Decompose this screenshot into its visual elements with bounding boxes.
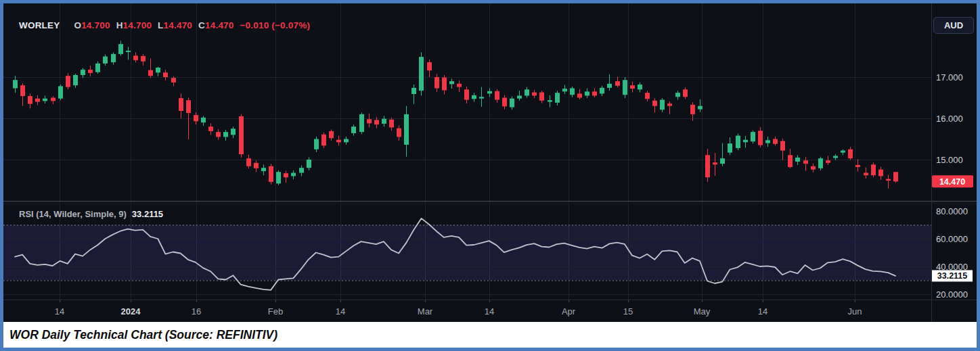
price-axis-label[interactable]: 16.000 [936, 114, 963, 124]
high-label: H [116, 20, 123, 30]
currency-toggle-button[interactable]: AUD [933, 17, 974, 34]
candle-body [788, 155, 793, 167]
candle-body [88, 70, 93, 73]
candle-body [261, 168, 266, 171]
candle-body [780, 141, 785, 151]
close-label: C [198, 20, 205, 30]
candle-body [705, 155, 710, 177]
time-axis-label[interactable]: 14 [55, 306, 64, 317]
candle-body [13, 80, 18, 88]
candle-body [194, 115, 198, 121]
candle-body [532, 93, 537, 96]
time-axis-label[interactable]: Mar [418, 306, 433, 317]
candle-body [419, 57, 424, 91]
candle-body [841, 151, 845, 153]
candle-body [811, 166, 816, 170]
candle-body [743, 140, 748, 143]
candle-body [118, 44, 123, 54]
candle-body [833, 156, 838, 158]
candle-body [156, 68, 160, 72]
candle-body [773, 139, 778, 144]
candle-body [179, 98, 183, 111]
candle-body [751, 132, 755, 141]
candle-body [720, 158, 725, 164]
candle-body [645, 93, 650, 99]
price-axis-label[interactable]: 17.000 [936, 72, 963, 83]
candle-body [351, 126, 356, 133]
candle-body [848, 149, 853, 158]
candle-body [299, 168, 304, 172]
candle-body [548, 100, 552, 101]
caption-text: WOR Daily Technical Chart (Source: REFIN… [3, 328, 277, 342]
time-axis-label[interactable]: 16 [192, 306, 201, 317]
candle-body [683, 89, 688, 97]
rsi-axis-label[interactable]: 20.0000 [936, 289, 968, 300]
candle-body [397, 128, 401, 137]
candle-body [487, 91, 492, 94]
candle-body [223, 132, 228, 137]
candle-body [464, 89, 469, 99]
candle-body [690, 105, 695, 114]
candle-body [314, 139, 319, 149]
low-label: L [158, 20, 163, 30]
candle-body [652, 101, 657, 106]
candle-body [803, 160, 808, 164]
candle-body [698, 106, 703, 110]
rsi-axis-label[interactable]: 60.0000 [936, 234, 968, 244]
time-axis-label[interactable]: Jun [848, 306, 862, 317]
candle-body [855, 165, 860, 167]
candle-body [66, 76, 70, 87]
candle-body [517, 95, 522, 98]
candle-body [389, 120, 394, 128]
candle-body [246, 158, 251, 166]
caption-bar: WOR Daily Technical Chart (Source: REFIN… [3, 322, 977, 348]
candle-body [103, 57, 108, 64]
candle-body [435, 77, 439, 88]
candle-body [472, 95, 476, 99]
candle-body [51, 98, 55, 101]
time-axis-label[interactable]: May [694, 306, 711, 317]
rsi-axis-label[interactable]: 40.0000 [936, 262, 968, 272]
close-value: 14.470 [205, 20, 234, 30]
candle-body [758, 131, 763, 145]
candle-body [254, 163, 259, 168]
time-axis-label[interactable]: 14 [336, 306, 345, 317]
candle-body [713, 162, 717, 164]
time-axis-label[interactable]: 2024 [121, 306, 141, 317]
time-axis-label[interactable]: Feb [268, 306, 283, 317]
candle-body [427, 62, 432, 70]
open-label: O [74, 20, 81, 30]
price-axis-label[interactable]: 15.000 [936, 155, 963, 165]
candle-body [577, 93, 582, 97]
chart-plot-area[interactable]: 17.00016.00015.00080.000060.000040.00002… [3, 3, 977, 322]
candle-body [35, 99, 40, 102]
candle-body [411, 88, 416, 94]
candle-body [555, 93, 560, 103]
rsi-value-label: 33.2115 [937, 271, 968, 281]
candle-body [284, 173, 288, 177]
candle-body [795, 158, 800, 162]
rsi-title[interactable]: RSI (14, Wilder, Simple, 9) [19, 209, 127, 219]
candle-body [585, 91, 589, 95]
candle-body [291, 173, 296, 177]
candle-body [111, 54, 116, 62]
candle-body [344, 139, 349, 143]
candle-body [886, 179, 891, 181]
candle-body [141, 56, 146, 62]
time-axis-label[interactable]: 14 [485, 306, 494, 317]
candle-body [382, 119, 386, 124]
candle-body [765, 140, 770, 143]
candle-body [736, 136, 740, 148]
time-axis-label[interactable]: Apr [562, 306, 576, 317]
candle-body [201, 118, 206, 122]
symbol-name[interactable]: WORLEY [19, 20, 60, 30]
candle-body [28, 96, 32, 104]
time-axis-label[interactable]: 14 [758, 306, 767, 317]
open-value: 14.700 [81, 20, 110, 30]
candle-body [126, 51, 131, 52]
high-value: 14.700 [123, 20, 152, 30]
candle-body [449, 81, 454, 84]
candle-body [442, 78, 447, 91]
time-axis-label[interactable]: 15 [623, 306, 633, 317]
rsi-axis-label[interactable]: 80.0000 [936, 206, 968, 216]
